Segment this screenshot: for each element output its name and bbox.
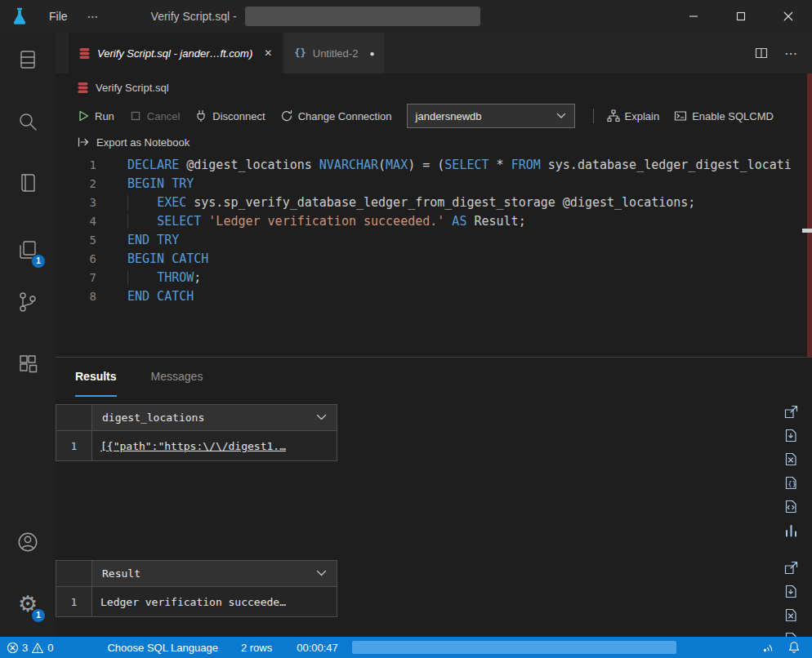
chart-icon[interactable] xyxy=(783,522,799,538)
tab-results[interactable]: Results xyxy=(75,358,117,397)
enable-sqlcmd-label: Enable SQLCMD xyxy=(692,110,774,122)
sidebar-item-connections[interactable] xyxy=(0,46,56,73)
tab-label: Untitled-2 xyxy=(313,47,359,60)
code-line: 6BEGIN CATCH xyxy=(56,250,812,269)
code-lines[interactable]: 1DECLARE @digest_locations NVARCHAR(MAX)… xyxy=(56,156,812,306)
enable-sqlcmd-button[interactable]: Enable SQLCMD xyxy=(674,109,774,122)
code-text[interactable]: SELECT 'Ledger verification succeeded.' … xyxy=(127,212,526,231)
save-as-json-icon[interactable]: {} xyxy=(783,475,799,491)
sidebar-item-search[interactable] xyxy=(0,108,56,136)
editor-more-actions-button[interactable]: ⋯ xyxy=(784,46,797,61)
menubar-more-button[interactable]: ⋯ xyxy=(78,0,109,33)
sidebar-item-source-control[interactable] xyxy=(0,288,56,316)
grid-cell-json-link[interactable]: [{"path":"https:\/\/digest1.… xyxy=(92,431,337,460)
app-logo-icon xyxy=(0,7,39,26)
sidebar-item-extensions[interactable] xyxy=(0,349,56,377)
language-mode-indicator[interactable]: Choose SQL Language xyxy=(103,637,221,658)
grid-corner-cell[interactable] xyxy=(56,405,92,431)
row-number-cell[interactable]: 1 xyxy=(56,587,92,616)
code-text[interactable]: EXEC sys.sp_verify_database_ledger_from_… xyxy=(127,193,695,212)
toolbar-separator xyxy=(593,109,594,123)
statusbar: 3 0 Choose SQL Language 2 rows 00:00:47 xyxy=(0,637,812,658)
grid-column-header[interactable]: Result xyxy=(92,561,337,587)
split-editor-icon[interactable] xyxy=(755,47,768,60)
close-button[interactable] xyxy=(765,0,812,33)
export-as-notebook-label: Export as Notebook xyxy=(96,136,190,149)
tab-close-icon[interactable]: ✕ xyxy=(264,47,272,59)
line-number[interactable]: 6 xyxy=(56,250,96,269)
code-text[interactable]: BEGIN TRY xyxy=(127,175,194,193)
line-number[interactable]: 5 xyxy=(56,231,96,250)
database-selector[interactable]: jandersnewdb xyxy=(407,104,575,128)
minimize-button[interactable] xyxy=(670,0,717,33)
run-button[interactable]: Run xyxy=(77,109,114,122)
problems-indicator[interactable]: 3 0 xyxy=(0,637,57,658)
save-as-csv-icon[interactable] xyxy=(783,428,799,443)
settings-button[interactable]: ⚙ 1 xyxy=(0,590,56,618)
column-header-label: Result xyxy=(102,567,141,580)
grid-corner-cell[interactable] xyxy=(56,561,92,587)
change-connection-button[interactable]: Change Connection xyxy=(280,109,392,122)
result-grid-result: Result 1 Ledger verification succeede… xyxy=(56,560,337,617)
breadcrumb-file-name[interactable]: Verify Script.sql xyxy=(96,82,169,94)
menu-file[interactable]: File xyxy=(39,0,78,33)
explorer-badge: 1 xyxy=(32,255,45,268)
elapsed-time-indicator[interactable]: 00:00:47 xyxy=(292,637,342,658)
grid-row: 1 [{"path":"https:\/\/digest1.… xyxy=(56,431,337,460)
code-text[interactable]: THROW; xyxy=(127,269,201,287)
code-editor[interactable]: 1DECLARE @digest_locations NVARCHAR(MAX)… xyxy=(56,153,812,357)
bell-icon[interactable] xyxy=(787,641,801,654)
titlebar: File ⋯ Verify Script.sql - xyxy=(0,0,812,33)
explain-button[interactable]: Explain xyxy=(607,109,660,122)
line-number[interactable]: 3 xyxy=(56,193,96,212)
export-as-notebook-button[interactable]: Export as Notebook xyxy=(56,131,812,153)
disconnect-button[interactable]: Disconnect xyxy=(194,109,265,122)
row-number-cell[interactable]: 1 xyxy=(56,431,92,460)
notebook-icon xyxy=(16,171,39,194)
save-as-excel-icon[interactable] xyxy=(783,451,799,467)
explain-label: Explain xyxy=(625,110,660,122)
sidebar-item-explorer[interactable]: 1 xyxy=(0,236,56,264)
broadcast-icon[interactable] xyxy=(761,641,774,654)
sidebar-item-notebooks[interactable] xyxy=(0,169,56,197)
dirty-indicator-icon[interactable]: ● xyxy=(369,49,374,58)
save-as-xml-icon[interactable] xyxy=(783,499,799,514)
tab-untitled-2[interactable]: {} Untitled-2 ● xyxy=(284,33,384,73)
grid1-actions: {} xyxy=(783,404,801,538)
chevron-down-icon xyxy=(316,414,327,421)
save-as-json-icon[interactable]: {} xyxy=(783,631,799,637)
row-count-indicator[interactable]: 2 rows xyxy=(237,637,276,658)
grid-cell-value[interactable]: Ledger verification succeede… xyxy=(92,587,337,616)
save-as-csv-icon[interactable] xyxy=(783,584,799,599)
error-icon xyxy=(7,642,19,654)
breadcrumb[interactable]: Verify Script.sql xyxy=(56,73,812,101)
tab-verify-script[interactable]: Verify Script.sql - jander…ft.com) ✕ xyxy=(69,33,282,73)
save-as-excel-icon[interactable] xyxy=(783,607,799,623)
code-text[interactable]: END TRY xyxy=(127,231,179,250)
code-text[interactable]: BEGIN CATCH xyxy=(127,250,208,269)
tab-messages[interactable]: Messages xyxy=(151,358,203,397)
line-number[interactable]: 4 xyxy=(56,212,96,231)
account-button[interactable] xyxy=(0,528,56,556)
braces-file-icon: {} xyxy=(294,47,306,59)
sqlcmd-icon xyxy=(674,109,687,122)
line-number[interactable]: 8 xyxy=(56,287,96,306)
line-number[interactable]: 1 xyxy=(56,156,96,175)
line-number[interactable]: 2 xyxy=(56,175,96,193)
grid-column-header[interactable]: digest_locations xyxy=(92,405,337,431)
cancel-button[interactable]: Cancel xyxy=(129,109,180,122)
code-text[interactable]: END CATCH xyxy=(127,287,194,306)
settings-badge: 1 xyxy=(32,609,45,622)
results-panel-tabs: Results Messages xyxy=(56,358,812,397)
run-icon xyxy=(77,109,90,122)
editor-tabstrip: Verify Script.sql - jander…ft.com) ✕ {} … xyxy=(56,33,812,73)
scrollbar-marker[interactable] xyxy=(802,229,812,233)
maximize-button[interactable] xyxy=(717,0,765,33)
maximize-grid-icon[interactable] xyxy=(783,404,799,420)
column-header-label: digest_locations xyxy=(102,411,204,424)
overview-ruler[interactable] xyxy=(807,73,812,357)
code-text[interactable]: DECLARE @digest_locations NVARCHAR(MAX) … xyxy=(127,156,792,175)
maximize-grid-icon[interactable] xyxy=(783,560,799,576)
line-number[interactable]: 7 xyxy=(56,269,96,287)
run-label: Run xyxy=(95,110,114,122)
